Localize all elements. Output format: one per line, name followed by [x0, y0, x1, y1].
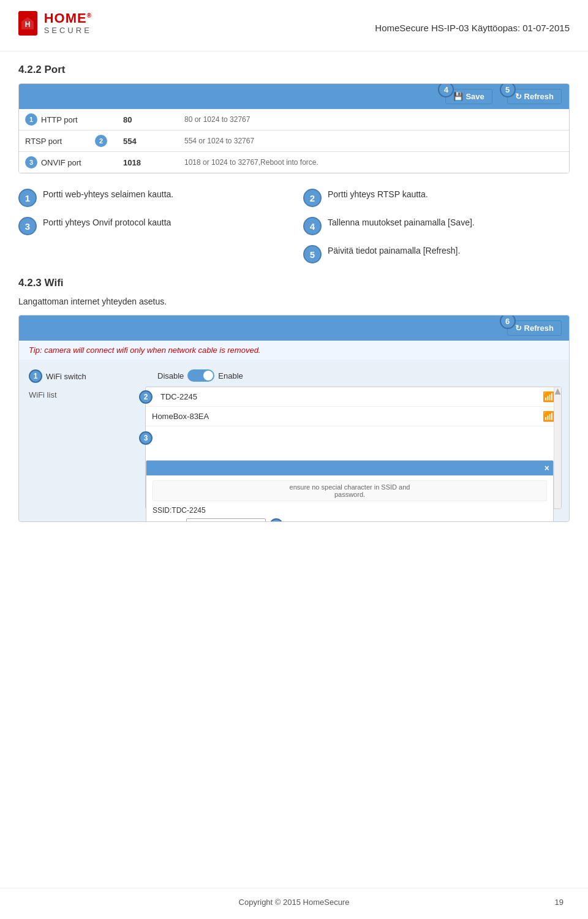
popup-close-button[interactable]: × — [545, 463, 549, 473]
desc-badge-1: 1 — [18, 189, 37, 207]
network-name-2: HomeBox-83EA — [152, 412, 209, 421]
desc-item-4: 4 Tallenna muutokset painamalla [Save]. — [303, 217, 570, 235]
logo-home-text: HOME® — [44, 12, 92, 25]
network-badge-2: 2 — [139, 390, 153, 404]
row-num-1: 1 — [25, 113, 37, 126]
port-value-3: 1018 — [117, 152, 178, 173]
wifi-signal-icon-2: 📶 — [543, 410, 555, 422]
desc-badge-3: 3 — [18, 217, 37, 235]
popup-header: × — [146, 461, 553, 475]
port-panel: 4 💾 Save 5 ↻ Refresh — [18, 83, 570, 173]
save-btn-wrap: 4 💾 Save — [445, 89, 492, 104]
toggle-track[interactable] — [187, 369, 214, 382]
wifi-network-item-2[interactable]: HomeBox-83EA 📶 — [146, 407, 561, 426]
desc-item-1: 1 Portti web-yhteys selaimen kautta. — [18, 189, 285, 207]
port-table: 1 HTTP port 80 80 or 1024 to 32767 RTSP … — [19, 109, 569, 173]
page-content: 4.2.2 Port 4 💾 Save 5 ↻ Refresh — [0, 51, 588, 534]
wifi-switch-label: 1 WiFi switch — [29, 369, 151, 383]
wifi-switch-row: 1 WiFi switch Disable Enable — [19, 366, 569, 387]
wifi-intro: Langattoman internet yhteyden asetus. — [18, 297, 570, 306]
wifi-list-container: 2 TDC-2245 📶 HomeBox-83EA 📶 3 — [141, 387, 569, 515]
page-footer: Copyright © 2015 HomeSecure — [0, 888, 588, 907]
table-row: RTSP port 2 554 554 or 1024 to 32767 — [19, 130, 569, 152]
desc-badge-4: 4 — [303, 217, 322, 235]
toggle-switch[interactable]: Disable Enable — [157, 369, 243, 382]
wifi-popup: × ensure no special character in SSID an… — [146, 460, 554, 522]
desc-item-5: 5 Päivitä tiedot painamalla [Refresh]. — [303, 245, 570, 263]
section-wifi-title: 4.2.3 Wifi — [18, 277, 570, 289]
wifi-panel: 6 ↻ Refresh Tip: camera will connect wif… — [18, 315, 570, 522]
popup-wifikey-row: WiFi key: 4 — [153, 518, 547, 522]
page-number: 19 — [555, 898, 564, 907]
table-row: 3 ONVIF port 1018 1018 or 1024 to 32767,… — [19, 152, 569, 173]
port-label-3: 3 ONVIF port — [19, 152, 117, 173]
section-port-title: 4.2.2 Port — [18, 64, 570, 76]
logo-area: H HOME® SECURE — [18, 11, 92, 45]
row-num-3: 3 — [25, 156, 37, 168]
port-hint-3: 1018 or 1024 to 32767,Reboot into force. — [178, 152, 569, 173]
logo-text-area: HOME® SECURE — [44, 12, 92, 35]
port-value-2: 554 — [117, 130, 178, 152]
wifi-refresh-icon: ↻ — [515, 323, 522, 333]
logo-icon: H — [18, 11, 37, 36]
desc-item-3: 3 Portti yhteys Onvif protocol kautta — [18, 217, 285, 235]
wifi-switch-badge: 1 — [29, 369, 42, 383]
wifi-network-item-1[interactable]: 2 TDC-2245 📶 — [146, 387, 561, 407]
wifi-refresh-btn-wrap: 6 ↻ Refresh — [507, 320, 562, 336]
save-icon: 💾 — [453, 92, 463, 101]
port-panel-header: 4 💾 Save 5 ↻ Refresh — [19, 84, 569, 109]
wifi-list-label: WiFi list — [19, 387, 141, 515]
desc-text-1: Portti web-yhteys selaimen kautta. — [43, 189, 173, 201]
desc-text-3: Portti yhteys Onvif protocol kautta — [43, 217, 171, 229]
wifi-signal-icon-1: 📶 — [543, 391, 555, 403]
popup-badge-3: 3 — [139, 431, 153, 445]
wifi-list-scrollbar[interactable] — [554, 387, 561, 509]
popup-badge-4: 4 — [270, 518, 283, 522]
network-name-1: TDC-2245 — [160, 392, 197, 401]
port-hint-2: 554 or 1024 to 32767 — [178, 130, 569, 152]
refresh-btn-wrap: 5 ↻ Refresh — [507, 89, 562, 104]
desc-item-2: 2 Portti yhteys RTSP kautta. — [303, 189, 570, 207]
desc-badge-2: 2 — [303, 189, 322, 207]
wifi-tip: Tip: camera will connect wifi only when … — [19, 341, 569, 360]
port-value-1: 80 — [117, 109, 178, 130]
wifi-key-input[interactable] — [186, 518, 266, 522]
port-label-1: 1 HTTP port — [19, 109, 117, 130]
wifi-switch-value: Disable Enable — [157, 369, 559, 382]
logo-secure-text: SECURE — [44, 26, 92, 35]
wifi-body: 1 WiFi switch Disable Enable WiFi l — [19, 360, 569, 521]
port-label-2: RTSP port 2 — [19, 130, 117, 152]
desc-text-2: Portti yhteys RTSP kautta. — [328, 189, 428, 201]
table-row: 1 HTTP port 80 80 or 1024 to 32767 — [19, 109, 569, 130]
desc-badge-5: 5 — [303, 245, 322, 263]
svg-text:H: H — [25, 20, 31, 29]
descriptions-grid: 1 Portti web-yhteys selaimen kautta. 2 P… — [18, 189, 570, 263]
desc-text-4: Tallenna muutokset painamalla [Save]. — [328, 217, 475, 229]
popup-ssid: SSID:TDC-2245 — [153, 506, 547, 515]
badge-6: 6 — [500, 315, 516, 329]
badge-5: 5 — [500, 83, 516, 97]
desc-text-5: Päivitä tiedot painamalla [Refresh]. — [328, 245, 460, 257]
port-hint-1: 80 or 1024 to 32767 — [178, 109, 569, 130]
row-num-2: 2 — [95, 135, 107, 147]
logo-box: H HOME® SECURE — [18, 11, 92, 45]
page-header: H HOME® SECURE HomeSecure HS-IP-03 Käytt… — [0, 0, 588, 51]
popup-warning: ensure no special character in SSID andp… — [153, 480, 547, 501]
refresh-icon: ↻ — [515, 92, 522, 101]
scroll-up[interactable] — [555, 388, 561, 395]
header-title: HomeSecure HS-IP-03 Käyttöopas: 01-07-20… — [375, 23, 570, 33]
wifi-network-list: 2 TDC-2245 📶 HomeBox-83EA 📶 3 — [145, 387, 562, 509]
toggle-thumb — [203, 371, 213, 380]
wifi-panel-header: 6 ↻ Refresh — [19, 316, 569, 341]
wifi-list-area: WiFi list 2 TDC-2245 📶 — [19, 387, 569, 515]
